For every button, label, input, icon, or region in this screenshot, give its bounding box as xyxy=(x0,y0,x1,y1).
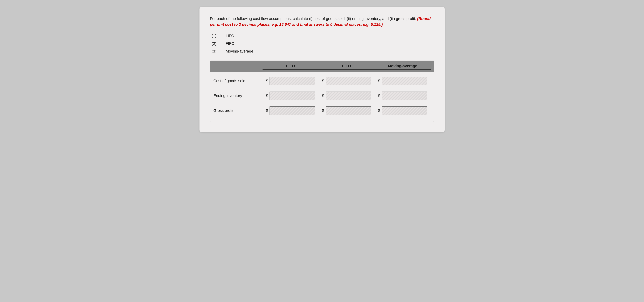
input-cogs-lifo[interactable] xyxy=(270,77,315,85)
cell-inv-avg: $ xyxy=(375,92,431,100)
method-item-3: (3) Moving-average. xyxy=(212,49,434,54)
input-inv-lifo[interactable] xyxy=(270,92,315,100)
cell-cogs-lifo: $ xyxy=(262,77,318,85)
dollar-gp-avg: $ xyxy=(378,108,380,113)
cell-inv-lifo: $ xyxy=(262,92,318,100)
table-row-cogs: Cost of goods sold $ $ $ xyxy=(214,74,431,88)
header-empty-col xyxy=(214,64,262,70)
cell-gp-fifo: $ xyxy=(318,106,375,115)
cell-cogs-fifo: $ xyxy=(318,77,375,85)
dollar-gp-fifo: $ xyxy=(322,108,324,113)
method-item-1: (1) LIFO. xyxy=(212,34,434,38)
table-header: LIFO FIFO Moving-average xyxy=(210,60,434,72)
dollar-cogs-lifo: $ xyxy=(266,78,268,83)
method-num-1: (1) xyxy=(212,34,220,38)
methods-list: (1) LIFO. (2) FIFO. (3) Moving-average. xyxy=(210,34,434,54)
method-num-2: (2) xyxy=(212,41,220,46)
cell-gp-lifo: $ xyxy=(262,106,318,115)
method-label-1: LIFO. xyxy=(226,34,236,38)
dollar-gp-lifo: $ xyxy=(266,108,268,113)
input-gp-lifo[interactable] xyxy=(270,106,315,115)
dollar-inv-lifo: $ xyxy=(266,94,268,98)
cell-inv-fifo: $ xyxy=(318,92,375,100)
input-inv-fifo[interactable] xyxy=(326,92,371,100)
input-gp-fifo[interactable] xyxy=(326,106,371,115)
label-cogs: Cost of goods sold xyxy=(214,78,262,83)
input-inv-avg[interactable] xyxy=(382,92,427,100)
label-ending-inventory: Ending inventory xyxy=(214,94,262,98)
cell-cogs-avg: $ xyxy=(375,77,431,85)
dollar-cogs-avg: $ xyxy=(378,78,380,83)
table-row-gross-profit: Gross profit $ $ $ xyxy=(214,103,431,118)
label-gross-profit: Gross profit xyxy=(214,108,262,113)
instructions-main-text: For each of the following cost flow assu… xyxy=(210,16,417,21)
method-num-3: (3) xyxy=(212,49,220,54)
dollar-inv-fifo: $ xyxy=(322,94,324,98)
main-card: For each of the following cost flow assu… xyxy=(200,7,445,132)
method-label-3: Moving-average. xyxy=(226,49,254,54)
input-gp-avg[interactable] xyxy=(382,106,427,115)
header-moving-average: Moving-average xyxy=(375,64,431,70)
input-cogs-fifo[interactable] xyxy=(326,77,371,85)
input-cogs-avg[interactable] xyxy=(382,77,427,85)
table-body: Cost of goods sold $ $ $ Ending inventor… xyxy=(210,72,434,122)
cell-gp-avg: $ xyxy=(375,106,431,115)
dollar-cogs-fifo: $ xyxy=(322,78,324,83)
header-fifo: FIFO xyxy=(318,64,375,70)
instructions-block: For each of the following cost flow assu… xyxy=(210,16,434,27)
method-label-2: FIFO. xyxy=(226,41,236,46)
table-row-ending-inventory: Ending inventory $ $ $ xyxy=(214,88,431,103)
header-lifo: LIFO xyxy=(262,64,318,70)
dollar-inv-avg: $ xyxy=(378,94,380,98)
comparison-table: LIFO FIFO Moving-average Cost of goods s… xyxy=(210,60,434,122)
method-item-2: (2) FIFO. xyxy=(212,41,434,46)
